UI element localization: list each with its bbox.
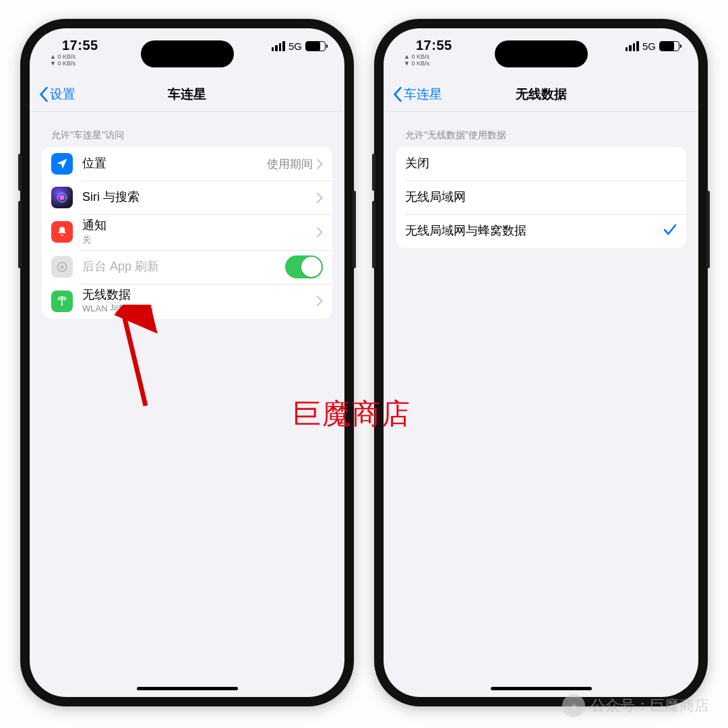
option-label: 关闭 xyxy=(405,156,677,171)
row-label: 无线数据 xyxy=(82,288,317,303)
option-label: 无线局域网与蜂窝数据 xyxy=(405,224,663,239)
svg-point-1 xyxy=(59,195,65,200)
gear-icon xyxy=(51,256,73,278)
section-header: 允许"无线数据"使用数据 xyxy=(396,112,686,147)
status-kbs-down: ▼ 0 KB/s xyxy=(404,60,452,67)
row-location[interactable]: 位置 使用期间 xyxy=(42,147,332,181)
dynamic-island xyxy=(141,40,234,67)
status-kbs-up: ▲ 0 KB/s xyxy=(50,53,98,60)
row-label: Siri 与搜索 xyxy=(82,190,317,205)
svg-point-4 xyxy=(61,304,63,306)
options-group: 关闭 无线局域网 无线局域网与蜂窝数据 xyxy=(396,147,686,248)
chevron-right-icon xyxy=(317,193,323,203)
status-kbs-down: ▼ 0 KB/s xyxy=(50,60,98,67)
home-indicator[interactable] xyxy=(491,687,592,690)
battery-icon xyxy=(659,41,679,51)
nav-bar: 设置 车连星 xyxy=(30,77,344,112)
chevron-right-icon xyxy=(317,159,323,169)
status-time: 17:55 xyxy=(62,38,98,53)
back-button[interactable]: 车连星 xyxy=(393,86,442,103)
back-button[interactable]: 设置 xyxy=(39,86,75,103)
wechat-icon: ✦ xyxy=(562,694,585,717)
chevron-right-icon xyxy=(317,296,323,306)
row-wireless-data[interactable]: 无线数据 WLAN 与蜂窝网络 xyxy=(42,284,332,320)
row-siri[interactable]: Siri 与搜索 xyxy=(42,181,332,214)
row-value: 使用期间 xyxy=(267,156,313,172)
row-label: 通知 xyxy=(82,218,317,233)
antenna-icon xyxy=(51,291,73,312)
phone-left: 17:55 ▲ 0 KB/s ▼ 0 KB/s 5G 设置 车连星 允许"车 xyxy=(20,19,354,706)
watermark-text: 巨魔商店 xyxy=(293,395,411,433)
siri-icon xyxy=(51,187,73,208)
phone-right: 17:55 ▲ 0 KB/s ▼ 0 KB/s 5G 车连星 无线数据 允许 xyxy=(374,19,708,706)
svg-line-5 xyxy=(123,313,146,406)
back-label: 设置 xyxy=(50,86,75,103)
option-label: 无线局域网 xyxy=(405,190,677,205)
checkmark-icon xyxy=(663,224,677,239)
screen-right: 17:55 ▲ 0 KB/s ▼ 0 KB/s 5G 车连星 无线数据 允许 xyxy=(384,28,698,697)
row-notifications[interactable]: 通知 关 xyxy=(42,214,332,250)
chevron-left-icon xyxy=(393,87,402,102)
page-title: 车连星 xyxy=(30,86,344,103)
screen-left: 17:55 ▲ 0 KB/s ▼ 0 KB/s 5G 设置 车连星 允许"车 xyxy=(30,28,344,697)
signal-icon xyxy=(272,41,285,51)
bell-icon xyxy=(51,221,73,243)
settings-group: 位置 使用期间 Siri 与搜索 xyxy=(42,147,332,319)
svg-point-3 xyxy=(61,265,64,268)
back-label: 车连星 xyxy=(404,86,442,103)
home-indicator[interactable] xyxy=(137,687,238,690)
toggle-switch[interactable] xyxy=(285,255,323,278)
chevron-right-icon xyxy=(317,227,323,237)
battery-icon xyxy=(305,41,326,51)
option-off[interactable]: 关闭 xyxy=(396,147,686,181)
annotation-arrow xyxy=(113,305,167,413)
dynamic-island xyxy=(495,40,588,67)
section-header: 允许"车连星"访问 xyxy=(42,112,332,147)
row-background-refresh: 后台 App 刷新 xyxy=(42,250,332,284)
network-label: 5G xyxy=(289,40,302,52)
chevron-left-icon xyxy=(39,87,49,102)
signal-icon xyxy=(626,41,639,51)
network-label: 5G xyxy=(642,40,656,52)
status-kbs-up: ▲ 0 KB/s xyxy=(404,53,452,60)
location-icon xyxy=(51,153,73,175)
status-time: 17:55 xyxy=(416,38,452,53)
option-wlan-cellular[interactable]: 无线局域网与蜂窝数据 xyxy=(396,214,686,248)
bottom-watermark-text: 公众号：巨魔商店 xyxy=(590,696,709,716)
bottom-watermark: ✦ 公众号：巨魔商店 xyxy=(562,694,709,717)
nav-bar: 车连星 无线数据 xyxy=(384,77,698,112)
row-label: 后台 App 刷新 xyxy=(82,260,285,274)
row-subtitle: 关 xyxy=(82,234,317,246)
option-wlan[interactable]: 无线局域网 xyxy=(396,181,686,214)
row-label: 位置 xyxy=(82,156,267,171)
